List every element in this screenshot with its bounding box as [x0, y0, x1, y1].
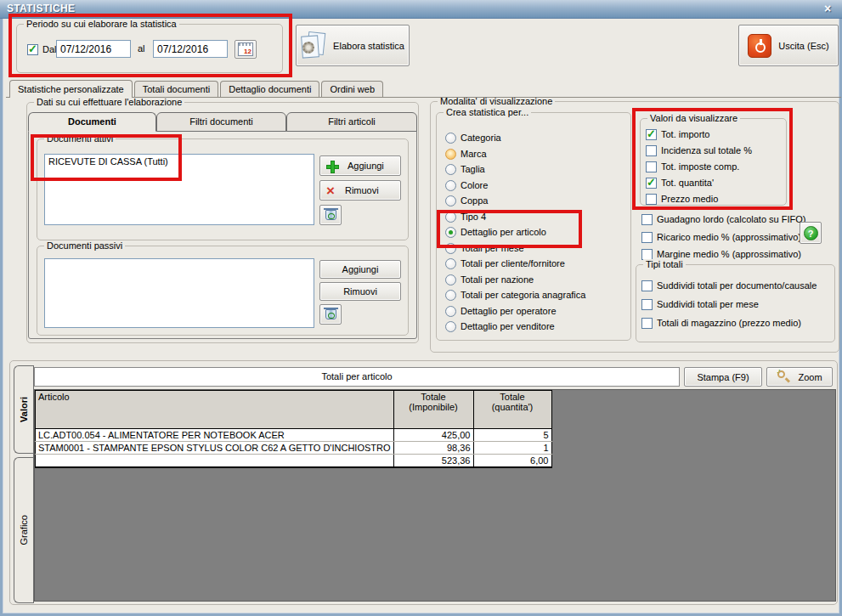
column-header-articolo[interactable]: Articolo — [36, 391, 394, 429]
tab-ordini-web[interactable]: Ordini web — [321, 81, 383, 97]
elabora-statistica-label: Elabora statistica — [333, 41, 404, 51]
gear-document-icon — [301, 31, 326, 60]
attivi-rimuovi-button[interactable]: × Rimuovi — [319, 180, 401, 201]
tab-statistiche-personalizzate[interactable]: Statistiche personalizzate — [9, 80, 133, 98]
main-tab-strip: Statistiche personalizzate Totali docume… — [9, 81, 385, 98]
statistiche-window: STATISTICHE × Periodo su cui elaborare l… — [0, 0, 842, 616]
annotation-box-periodo — [8, 14, 292, 77]
documenti-passivi-list[interactable] — [44, 258, 314, 328]
attivi-svuota-button[interactable] — [319, 205, 342, 225]
documenti-passivi-groupbox: Documenti passivi Aggiungi Rimuovi — [37, 246, 409, 336]
magnifier-icon: + — [777, 370, 789, 383]
documenti-passivi-legend: Documenti passivi — [44, 240, 125, 251]
stampa-label: Stampa (F9) — [697, 372, 749, 382]
annotation-box-valori-da-visualizzare — [632, 108, 793, 210]
close-icon[interactable]: × — [820, 2, 835, 16]
results-title-field: Totali per articolo — [34, 367, 680, 387]
passivi-rimuovi-button[interactable]: Rimuovi — [319, 282, 401, 301]
results-table[interactable]: Articolo Totale (Imponibile) Totale (qua… — [35, 390, 552, 468]
power-icon — [748, 34, 771, 58]
rimuovi-label: Rimuovi — [345, 185, 379, 195]
annotation-box-documenti-attivi — [31, 134, 182, 181]
stampa-button[interactable]: Stampa (F9) — [684, 367, 762, 387]
table-row[interactable]: LC.ADT00.054 - ALIMENTATORE PER NOTEBOOK… — [36, 429, 552, 442]
tab-dettaglio-documenti[interactable]: Dettaglio documenti — [220, 81, 319, 97]
table-total-row: 523,36 6,00 — [36, 455, 552, 467]
tab-filtri-articoli[interactable]: Filtri articoli — [286, 112, 417, 132]
zoom-label: Zoom — [798, 372, 822, 382]
zoom-button[interactable]: + Zoom — [766, 367, 833, 387]
annotation-box-dettaglio-per-articolo — [437, 210, 582, 248]
passivi-aggiungi-button[interactable]: Aggiungi — [319, 260, 401, 279]
table-row[interactable]: STAM0001 - STAMPANTE EPSON STYLUS COLOR … — [36, 442, 552, 455]
column-header-totale-imponibile[interactable]: Totale (Imponibile) — [393, 391, 473, 429]
aggiungi-label: Aggiungi — [342, 264, 379, 274]
plus-icon — [326, 161, 337, 172]
uscita-label: Uscita (Esc) — [778, 41, 828, 51]
aggiungi-label: Aggiungi — [348, 161, 384, 171]
tab-filtri-documenti[interactable]: Filtri documenti — [156, 112, 286, 132]
results-panel: Valori Grafico Totali per articolo Stamp… — [9, 360, 838, 605]
tab-totali-documenti[interactable]: Totali documenti — [134, 81, 219, 97]
attivi-aggiungi-button[interactable]: Aggiungi — [319, 155, 401, 176]
trash-icon — [325, 309, 336, 319]
uscita-button[interactable]: Uscita (Esc) — [738, 25, 839, 66]
passivi-svuota-button[interactable] — [319, 304, 342, 325]
column-header-totale-quantita[interactable]: Totale (quantita') — [473, 391, 551, 429]
window-title: STATISTICHE — [7, 3, 75, 14]
elabora-statistica-button[interactable]: Elabora statistica — [296, 25, 410, 66]
rimuovi-label: Rimuovi — [343, 286, 377, 297]
remove-x-icon: × — [326, 185, 335, 196]
trash-icon — [325, 210, 336, 220]
tab-documenti[interactable]: Documenti — [28, 112, 156, 132]
tab-grafico[interactable]: Grafico — [14, 457, 33, 603]
tab-valori[interactable]: Valori — [14, 365, 33, 454]
